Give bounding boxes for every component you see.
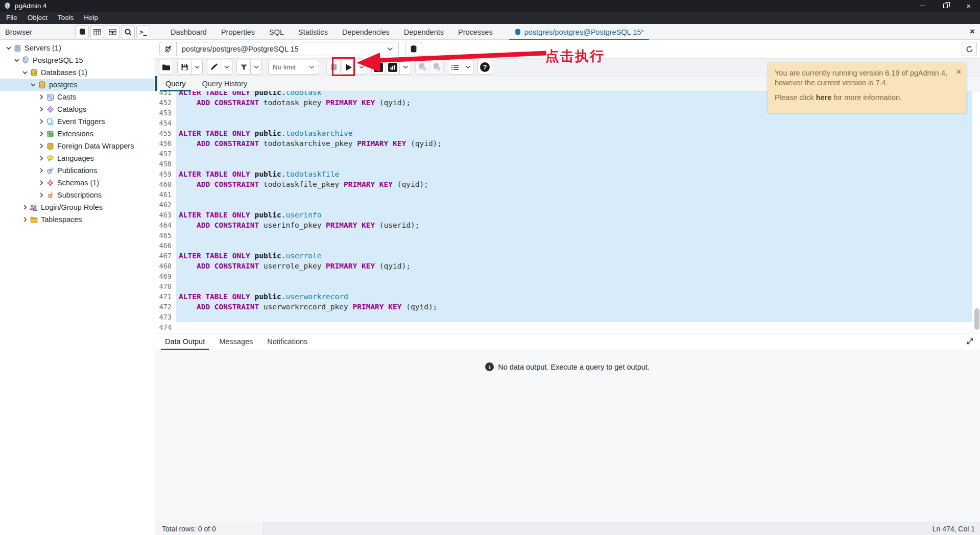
tab-statistics[interactable]: Statistics <box>291 24 335 40</box>
open-file-icon[interactable] <box>159 60 173 75</box>
tree-item-foreign-data-wrappers[interactable]: Foreign Data Wrappers <box>0 140 154 152</box>
menu-tools[interactable]: Tools <box>53 12 79 24</box>
tree-item-casts[interactable]: Casts <box>0 91 154 103</box>
output-tab-notifications[interactable]: Notifications <box>260 333 315 350</box>
editor-line[interactable]: 454 <box>155 118 972 128</box>
editor-line[interactable]: 472 ADD CONSTRAINT userworkrecord_pkey P… <box>155 302 972 312</box>
here-link[interactable]: here <box>816 93 832 102</box>
output-tab-messages[interactable]: Messages <box>212 333 260 350</box>
editor-line[interactable]: 460 ADD CONSTRAINT todotaskfile_pkey PRI… <box>155 179 972 189</box>
new-connection-icon[interactable] <box>405 42 422 56</box>
editor-line[interactable]: 459ALTER TABLE ONLY public.todotaskfile <box>155 169 972 179</box>
tab-processes[interactable]: Processes <box>451 24 500 40</box>
connection-select[interactable]: postgres/postgres@PostgreSQL 15 <box>177 42 399 56</box>
editor-scrollbar-thumb[interactable] <box>974 308 979 330</box>
tab-dashboard[interactable]: Dashboard <box>163 24 214 40</box>
execute-options-chevron-icon[interactable] <box>356 60 367 75</box>
save-file-icon[interactable] <box>177 60 192 75</box>
tree-item-catalogs[interactable]: Catalogs <box>0 103 154 115</box>
chevron-right-icon[interactable] <box>21 203 29 211</box>
chevron-right-icon[interactable] <box>37 166 45 175</box>
toast-close-icon[interactable]: × <box>957 67 961 77</box>
edit-icon[interactable] <box>207 60 221 75</box>
search-objects-icon[interactable] <box>121 26 135 38</box>
tree-item-servers-1[interactable]: Servers (1) <box>0 42 154 54</box>
chevron-down-icon[interactable] <box>13 56 21 64</box>
query-tab-query[interactable]: Query <box>157 76 194 91</box>
chevron-right-icon[interactable] <box>21 215 29 224</box>
close-button[interactable]: × <box>957 0 980 12</box>
editor-line[interactable]: 464 ADD CONSTRAINT userinfo_pkey PRIMARY… <box>155 220 972 230</box>
editor-line[interactable]: 461 <box>155 189 972 200</box>
editor-line[interactable]: 470 <box>155 281 972 291</box>
tree-item-subscriptions[interactable]: Subscriptions <box>0 189 154 201</box>
tab-properties[interactable]: Properties <box>214 24 262 40</box>
chevron-down-icon[interactable] <box>5 44 13 52</box>
editor-line[interactable]: 468 ADD CONSTRAINT userrole_pkey PRIMARY… <box>155 261 972 271</box>
editor-line[interactable]: 457 <box>155 149 972 159</box>
help-icon[interactable]: ? <box>477 60 492 75</box>
tree-item-extensions[interactable]: Extensions <box>0 128 154 140</box>
editor-line[interactable]: 463ALTER TABLE ONLY public.userinfo <box>155 210 972 220</box>
tree-item-schemas-1[interactable]: Schemas (1) <box>0 177 154 189</box>
restore-button[interactable] <box>934 0 957 12</box>
chevron-right-icon[interactable] <box>37 191 45 199</box>
chevron-down-icon[interactable] <box>29 81 37 89</box>
minimize-button[interactable] <box>911 0 934 12</box>
psql-tool-icon[interactable]: >_ <box>136 26 150 38</box>
filter-options-chevron-icon[interactable] <box>251 60 262 75</box>
editor-line[interactable]: 467ALTER TABLE ONLY public.userrole <box>155 251 972 261</box>
macros-chevron-icon[interactable] <box>462 60 473 75</box>
editor-line[interactable]: 456 ADD CONSTRAINT todotaskarchive_pkey … <box>155 138 972 149</box>
menu-object[interactable]: Object <box>22 12 53 24</box>
tree-item-languages[interactable]: Languages <box>0 152 154 164</box>
editor-line[interactable]: 474 <box>155 322 972 332</box>
chevron-right-icon[interactable] <box>37 179 45 187</box>
panel-close-icon[interactable]: × <box>970 27 975 37</box>
menu-file[interactable]: File <box>1 12 22 24</box>
editor-line[interactable]: 465 <box>155 230 972 240</box>
editor-line[interactable]: 473 <box>155 312 972 322</box>
filter-icon[interactable] <box>236 60 251 75</box>
tab-postgres-postgres-postgresql-15[interactable]: postgres/postgres@PostgreSQL 15* <box>507 24 651 40</box>
editor-line[interactable]: 458 <box>155 159 972 169</box>
expand-panel-icon[interactable] <box>966 337 974 347</box>
tree-item-tablespaces[interactable]: Tablespaces <box>0 213 154 226</box>
menu-help[interactable]: Help <box>79 12 103 24</box>
chevron-right-icon[interactable] <box>37 154 45 162</box>
chevron-right-icon[interactable] <box>37 93 45 101</box>
editor-line[interactable]: 466 <box>155 240 972 251</box>
chevron-right-icon[interactable] <box>37 117 45 126</box>
row-limit-select[interactable]: No limit <box>268 60 319 75</box>
chevron-down-icon[interactable] <box>21 68 29 77</box>
editor-line[interactable]: 455ALTER TABLE ONLY public.todotaskarchi… <box>155 128 972 138</box>
dashboard-grid-icon[interactable] <box>90 26 104 38</box>
connection-status-icon[interactable] <box>159 42 177 56</box>
chevron-right-icon[interactable] <box>37 130 45 138</box>
tree-item-publications[interactable]: Publications <box>0 164 154 177</box>
object-explorer-icon[interactable] <box>75 26 89 38</box>
refresh-layout-icon[interactable] <box>962 42 977 56</box>
editor-line[interactable]: 469 <box>155 271 972 281</box>
query-tab-query-history[interactable]: Query History <box>194 76 256 91</box>
tree-item-databases-1[interactable]: Databases (1) <box>0 66 154 79</box>
tab-dependents[interactable]: Dependents <box>397 24 451 40</box>
tree-item-postgresql-15[interactable]: PostgreSQL 15 <box>0 54 154 66</box>
chevron-right-icon[interactable] <box>37 105 45 113</box>
save-options-chevron-icon[interactable] <box>192 60 203 75</box>
edit-options-chevron-icon[interactable] <box>221 60 232 75</box>
sql-editor[interactable]: 451ALTER TABLE ONLY public.todotask452 A… <box>155 91 980 333</box>
editor-line[interactable]: 471ALTER TABLE ONLY public.userworkrecor… <box>155 291 972 302</box>
chevron-right-icon[interactable] <box>37 142 45 150</box>
explain-analyze-icon[interactable] <box>386 60 400 75</box>
explain-icon[interactable]: E <box>371 60 386 75</box>
output-tab-data-output[interactable]: Data Output <box>158 333 212 350</box>
explain-options-chevron-icon[interactable] <box>400 60 411 75</box>
filtered-rows-icon[interactable] <box>106 26 119 38</box>
tree-item-login-group-roles[interactable]: Login/Group Roles <box>0 201 154 213</box>
macros-icon[interactable] <box>448 60 462 75</box>
tree-item-event-triggers[interactable]: Event Triggers <box>0 115 154 128</box>
editor-line[interactable]: 462 <box>155 200 972 210</box>
tab-sql[interactable]: SQL <box>262 24 291 40</box>
tab-dependencies[interactable]: Dependencies <box>335 24 397 40</box>
